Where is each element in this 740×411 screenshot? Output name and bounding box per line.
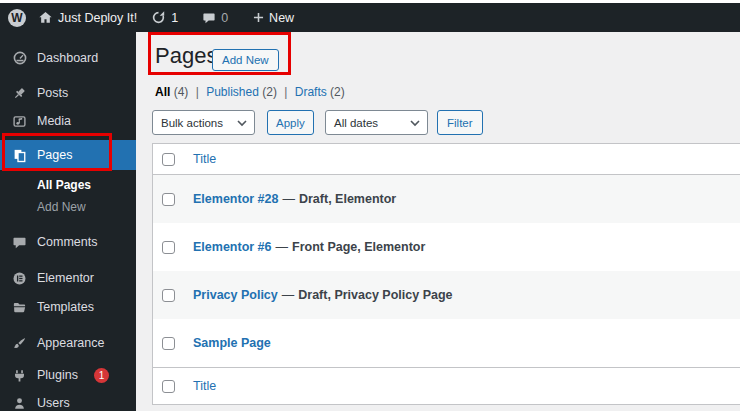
pushpin-icon [11,86,28,101]
sidebar-item-label: Comments [37,235,97,249]
table-row: Elementor #28—Draft, Elementor [153,175,740,223]
post-states: Front Page, Elementor [292,240,425,254]
filter-all-link[interactable]: All [155,85,170,99]
admin-sidebar: Dashboard Posts Media Pages All Pages Ad… [0,32,136,411]
filter-published-count: (2) [262,85,277,99]
sidebar-item-users[interactable]: Users [0,389,136,411]
sidebar-item-label: Users [37,396,70,410]
filter-published-link[interactable]: Published [206,85,259,99]
post-states: Draft, Elementor [299,192,396,206]
home-icon[interactable] [38,10,53,25]
sidebar-item-label: Templates [37,300,94,314]
sidebar-item-label: Elementor [37,271,94,285]
post-states: Draft, Privacy Policy Page [298,288,452,302]
table-row: Elementor #6—Front Page, Elementor [153,223,740,271]
sidebar-item-label: Posts [37,86,68,100]
plugin-icon [11,368,28,383]
main-content: Pages Add New All (4) | Published (2) | … [136,32,740,411]
sidebar-item-label: Add New [37,200,86,214]
site-name-link[interactable]: Just Deploy It! [58,11,137,25]
sidebar-item-comments[interactable]: Comments [0,228,136,256]
all-dates-select[interactable]: All dates [325,110,428,135]
sidebar-item-dashboard[interactable]: Dashboard [0,44,136,72]
wordpress-logo-icon[interactable]: W [8,9,26,27]
title-state-separator: — [282,288,295,302]
sidebar-item-label: All Pages [37,178,91,192]
sidebar-item-label: Plugins [37,368,78,382]
new-menu-item[interactable]: New [269,11,294,25]
plugins-update-badge: 1 [94,368,109,383]
sidebar-item-plugins[interactable]: Plugins 1 [0,361,136,389]
dashboard-icon [11,50,28,66]
filter-drafts-count: (2) [330,85,345,99]
row-checkbox[interactable] [162,193,175,206]
row-checkbox[interactable] [162,289,175,302]
sidebar-item-pages[interactable]: Pages [0,140,136,170]
user-icon [11,396,28,411]
filter-separator: | [284,85,287,99]
comments-bubble-icon[interactable] [202,11,216,25]
chevron-down-icon [237,120,247,127]
table-row: Sample Page [153,319,740,367]
apply-button[interactable]: Apply [267,110,314,135]
select-all-checkbox[interactable] [162,380,175,393]
brush-icon [11,336,28,351]
sidebar-item-posts[interactable]: Posts [0,79,136,107]
sidebar-item-label: Pages [37,148,72,162]
select-all-checkbox[interactable] [162,153,175,166]
sidebar-item-label: Appearance [37,336,104,350]
row-checkbox[interactable] [162,337,175,350]
plus-icon[interactable] [252,11,265,24]
status-filter-links: All (4) | Published (2) | Drafts (2) [155,85,345,99]
sidebar-item-appearance[interactable]: Appearance [0,329,136,357]
page-title: Pages [155,43,217,69]
comments-count: 0 [221,11,228,25]
sidebar-item-label: Media [37,114,71,128]
row-checkbox[interactable] [162,241,175,254]
title-column-footer[interactable]: Title [193,379,216,393]
page-title-link[interactable]: Privacy Policy [193,288,278,302]
bulk-actions-select[interactable]: Bulk actions [152,110,255,135]
page-title-link[interactable]: Sample Page [193,336,271,350]
comment-icon [11,235,28,250]
sidebar-item-elementor[interactable]: Elementor [0,264,136,292]
page-title-link[interactable]: Elementor #28 [193,192,278,206]
folder-icon [11,300,28,315]
all-dates-value: All dates [334,117,378,129]
chevron-down-icon [410,120,420,127]
media-icon [11,114,28,129]
table-footer-row: Title [153,367,740,404]
pages-icon [11,148,28,163]
elementor-icon [11,271,28,286]
updates-count: 1 [171,11,178,25]
add-new-button[interactable]: Add New [212,49,279,71]
sidebar-item-templates[interactable]: Templates [0,293,136,321]
filter-separator: | [196,85,199,99]
filter-all-count: (4) [174,85,189,99]
page-title-link[interactable]: Elementor #6 [193,240,272,254]
title-column-header[interactable]: Title [193,152,216,166]
table-header-row: Title [153,144,740,175]
filter-button[interactable]: Filter [437,110,483,135]
admin-bar: W Just Deploy It! 1 0 New [0,3,740,32]
sidebar-item-all-pages[interactable]: All Pages [0,173,136,197]
table-row: Privacy Policy—Draft, Privacy Policy Pag… [153,271,740,319]
filter-drafts-link[interactable]: Drafts [295,85,327,99]
title-state-separator: — [276,240,289,254]
sidebar-item-label: Dashboard [37,51,98,65]
bulk-actions-value: Bulk actions [161,117,223,129]
title-state-separator: — [282,192,295,206]
sidebar-item-add-new[interactable]: Add New [0,195,136,219]
updates-icon[interactable] [151,10,166,25]
pages-list-table: Title Elementor #28—Draft, Elementor Ele… [152,143,740,405]
sidebar-item-media[interactable]: Media [0,107,136,135]
